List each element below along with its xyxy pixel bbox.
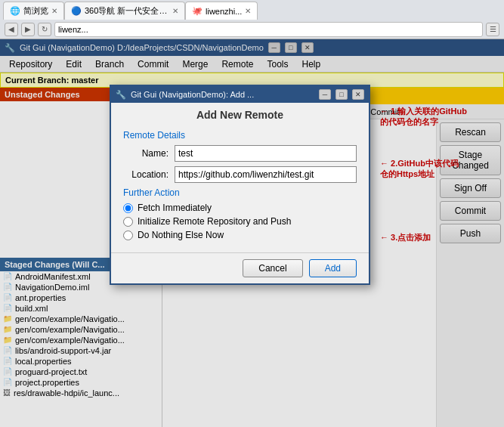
radio-nothing-row: Do Nothing Else Now <box>123 230 357 240</box>
browser-chrome: 🌐 简浏览 ✕ 🔵 360导航 新一代安全上网导航 ✕ 🐙 liwenzhi..… <box>0 0 504 39</box>
add-remote-dialog: 🔧 Git Gui (NavigationDemo): Add ... ─ □ … <box>110 85 370 285</box>
tab3-favicon: 🐙 <box>192 6 203 17</box>
location-input[interactable] <box>175 166 357 183</box>
modal-icon: 🔧 <box>116 90 126 100</box>
location-row: Location: <box>123 166 357 183</box>
modal-titlebar: 🔧 Git Gui (NavigationDemo): Add ... ─ □ … <box>111 86 369 103</box>
tab1-favicon: 🌐 <box>10 6 20 17</box>
fetch-label: Fetch Immediately <box>138 203 212 213</box>
tab-2[interactable]: 🔵 360导航 新一代安全上网导航 ✕ <box>64 2 185 20</box>
radio-fetch-row: Fetch Immediately <box>123 203 357 213</box>
modal-minimize-button[interactable]: ─ <box>319 89 331 100</box>
modal-header: Add New Remote <box>111 103 369 124</box>
init-radio[interactable] <box>123 217 133 227</box>
cancel-button[interactable]: Cancel <box>243 259 302 277</box>
tab-3[interactable]: 🐙 liwenzhi... ✕ <box>185 2 258 20</box>
name-row: Name: <box>123 145 357 162</box>
back-button[interactable]: ◀ <box>5 23 18 36</box>
further-action-title: Further Action <box>123 187 357 198</box>
refresh-button[interactable]: ↻ <box>38 23 51 36</box>
tab2-close[interactable]: ✕ <box>172 7 178 15</box>
browser-tabs: 🌐 简浏览 ✕ 🔵 360导航 新一代安全上网导航 ✕ 🐙 liwenzhi..… <box>0 0 504 20</box>
gitgui-window: 🔧 Git Gui (NavigationDemo) D:/IdeaProjec… <box>0 39 504 427</box>
init-label: Initialize Remote Repository and Push <box>138 216 291 227</box>
name-label: Name: <box>123 148 169 159</box>
modal-body: Remote Details Name: Location: Further A… <box>111 124 369 252</box>
tab3-label: liwenzhi... <box>206 7 242 16</box>
location-label: Location: <box>123 169 169 180</box>
modal-overlay: 🔧 Git Gui (NavigationDemo): Add ... ─ □ … <box>0 39 504 427</box>
tab1-label: 简浏览 <box>23 5 48 17</box>
menu-button[interactable]: ☰ <box>486 23 499 36</box>
nothing-radio[interactable] <box>123 231 133 240</box>
tab1-close[interactable]: ✕ <box>51 7 57 15</box>
modal-close-button[interactable]: ✕ <box>352 89 364 100</box>
name-input[interactable] <box>175 145 357 162</box>
remote-details-title: Remote Details <box>123 130 357 141</box>
modal-title: Git Gui (NavigationDemo): Add ... <box>131 90 314 99</box>
modal-maximize-button[interactable]: □ <box>335 89 348 100</box>
tab3-close[interactable]: ✕ <box>245 7 251 15</box>
nothing-label: Do Nothing Else Now <box>138 230 224 240</box>
forward-button[interactable]: ▶ <box>21 23 35 36</box>
browser-address-bar: ◀ ▶ ↻ ☰ <box>0 20 504 39</box>
fetch-radio[interactable] <box>123 203 133 213</box>
tab2-favicon: 🔵 <box>71 6 82 17</box>
modal-footer: Cancel Add <box>111 252 369 283</box>
add-button[interactable]: Add <box>309 259 357 277</box>
tab2-label: 360导航 新一代安全上网导航 <box>85 5 169 17</box>
tab-1[interactable]: 🌐 简浏览 ✕ <box>3 2 64 20</box>
address-input[interactable] <box>54 22 483 37</box>
radio-init-row: Initialize Remote Repository and Push <box>123 216 357 227</box>
